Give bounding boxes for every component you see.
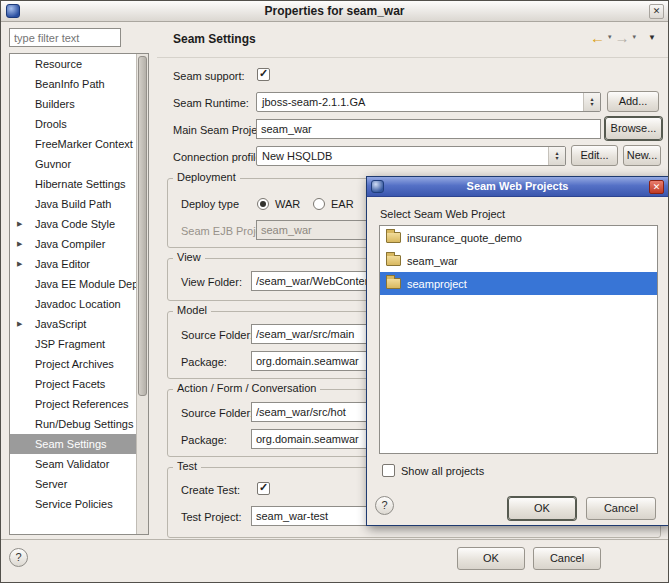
sidebar-item-javadoc-location[interactable]: Javadoc Location bbox=[10, 294, 148, 314]
war-radio[interactable] bbox=[257, 198, 269, 210]
properties-tree: Resource BeanInfo Path Builders Drools F… bbox=[9, 53, 149, 535]
sidebar-item-java-build-path[interactable]: Java Build Path bbox=[10, 194, 148, 214]
sidebar-item-seam-settings[interactable]: Seam Settings bbox=[10, 434, 148, 454]
titlebar[interactable]: Properties for seam_war ✕ bbox=[1, 1, 668, 22]
add-runtime-button[interactable]: Add... bbox=[607, 91, 659, 112]
seam-web-projects-dialog: Seam Web Projects ✕ Select Seam Web Proj… bbox=[366, 176, 669, 526]
view-group-label: View bbox=[173, 251, 205, 263]
close-icon[interactable]: ✕ bbox=[649, 4, 664, 19]
action-package-label: Package: bbox=[181, 434, 227, 446]
sidebar-item-java-editor[interactable]: ▶Java Editor bbox=[10, 254, 148, 274]
war-radio-label: WAR bbox=[275, 198, 300, 210]
model-source-folder-label: Source Folder: bbox=[181, 329, 253, 341]
expand-arrow-icon[interactable]: ▶ bbox=[17, 234, 22, 254]
project-item-seamproject[interactable]: seamproject bbox=[380, 272, 657, 295]
action-source-folder-label: Source Folder: bbox=[181, 407, 253, 419]
forward-dropdown-icon[interactable]: ▾ bbox=[633, 33, 637, 41]
combo-spinner-icon[interactable]: ▴▾ bbox=[583, 93, 600, 111]
test-group-label: Test bbox=[173, 460, 201, 472]
footer-separator bbox=[1, 539, 668, 540]
deploy-type-label: Deploy type bbox=[181, 198, 239, 210]
sidebar-item-project-references[interactable]: Project References bbox=[10, 394, 148, 414]
sidebar-item-java-ee-module[interactable]: Java EE Module Depe bbox=[10, 274, 148, 294]
view-menu-icon[interactable]: ▼ bbox=[648, 33, 656, 42]
create-test-label: Create Test: bbox=[181, 484, 240, 496]
popup-close-icon[interactable]: ✕ bbox=[649, 180, 664, 194]
project-list: insurance_quote_demo seam_war seamprojec… bbox=[379, 225, 658, 454]
popup-title: Seam Web Projects bbox=[367, 180, 668, 192]
scrollbar-thumb[interactable] bbox=[138, 56, 147, 396]
new-profile-button[interactable]: New... bbox=[623, 145, 661, 166]
expand-arrow-icon[interactable]: ▶ bbox=[17, 314, 22, 334]
sidebar-item-server[interactable]: Server bbox=[10, 474, 148, 494]
sidebar-item-freemarker-context[interactable]: FreeMarker Context bbox=[10, 134, 148, 154]
deployment-group-label: Deployment bbox=[173, 171, 240, 183]
back-arrow-icon[interactable]: ← bbox=[590, 29, 605, 46]
popup-help-icon[interactable]: ? bbox=[375, 496, 394, 515]
tree-scrollbar[interactable] bbox=[136, 54, 148, 534]
page-title: Seam Settings bbox=[173, 32, 256, 46]
back-dropdown-icon[interactable]: ▾ bbox=[608, 33, 612, 41]
sidebar-item-builders[interactable]: Builders bbox=[10, 94, 148, 114]
seam-runtime-label: Seam Runtime: bbox=[173, 97, 249, 109]
main-seam-project-field[interactable] bbox=[256, 119, 601, 139]
edit-profile-button[interactable]: Edit... bbox=[571, 145, 618, 166]
show-all-projects-checkbox[interactable] bbox=[382, 464, 395, 477]
properties-dialog: Properties for seam_war ✕ Resource BeanI… bbox=[0, 0, 669, 583]
forward-arrow-icon[interactable]: → bbox=[615, 29, 630, 46]
sidebar-item-javascript[interactable]: ▶JavaScript bbox=[10, 314, 148, 334]
sidebar-item-service-policies[interactable]: Service Policies bbox=[10, 494, 148, 514]
ear-radio[interactable] bbox=[313, 198, 325, 210]
connection-profile-value: New HSQLDB bbox=[262, 147, 332, 165]
web-project-folder-icon bbox=[386, 278, 401, 289]
web-project-folder-icon bbox=[386, 255, 401, 266]
model-group-label: Model bbox=[173, 304, 211, 316]
window-title: Properties for seam_war bbox=[1, 4, 668, 18]
popup-titlebar[interactable]: Seam Web Projects ✕ bbox=[367, 177, 668, 197]
main-seam-project-label: Main Seam Project: bbox=[173, 124, 269, 136]
expand-arrow-icon[interactable]: ▶ bbox=[17, 214, 22, 234]
sidebar-item-guvnor[interactable]: Guvnor bbox=[10, 154, 148, 174]
sidebar-item-run-debug-settings[interactable]: Run/Debug Settings bbox=[10, 414, 148, 434]
sidebar-item-beaninfo-path[interactable]: BeanInfo Path bbox=[10, 74, 148, 94]
show-all-projects-label: Show all projects bbox=[401, 465, 484, 477]
seam-runtime-value: jboss-seam-2.1.1.GA bbox=[262, 93, 365, 111]
model-package-label: Package: bbox=[181, 356, 227, 368]
sidebar-item-project-archives[interactable]: Project Archives bbox=[10, 354, 148, 374]
history-nav: ← ▾ → ▾ ▼ bbox=[590, 28, 656, 46]
sidebar-item-jsp-fragment[interactable]: JSP Fragment bbox=[10, 334, 148, 354]
web-project-folder-icon bbox=[386, 232, 401, 243]
connection-profile-combo[interactable]: New HSQLDB ▴▾ bbox=[256, 146, 566, 166]
browse-button[interactable]: Browse... bbox=[605, 117, 662, 140]
sidebar-item-java-compiler[interactable]: ▶Java Compiler bbox=[10, 234, 148, 254]
sidebar-item-java-code-style[interactable]: ▶Java Code Style bbox=[10, 214, 148, 234]
cancel-button[interactable]: Cancel bbox=[533, 547, 601, 570]
seam-support-checkbox[interactable]: ✓ bbox=[257, 68, 270, 81]
ok-button[interactable]: OK bbox=[457, 547, 525, 570]
filter-input[interactable] bbox=[9, 28, 121, 47]
seam-runtime-combo[interactable]: jboss-seam-2.1.1.GA ▴▾ bbox=[256, 92, 601, 112]
sidebar-item-hibernate-settings[interactable]: Hibernate Settings bbox=[10, 174, 148, 194]
combo-spinner-icon[interactable]: ▴▾ bbox=[548, 147, 565, 165]
help-icon[interactable]: ? bbox=[9, 548, 28, 567]
popup-cancel-button[interactable]: Cancel bbox=[586, 497, 656, 520]
sidebar-item-seam-validator[interactable]: Seam Validator bbox=[10, 454, 148, 474]
seam-support-label: Seam support: bbox=[173, 70, 245, 82]
sidebar-item-drools[interactable]: Drools bbox=[10, 114, 148, 134]
test-project-label: Test Project: bbox=[181, 511, 242, 523]
sidebar-item-project-facets[interactable]: Project Facets bbox=[10, 374, 148, 394]
sidebar-item-resource[interactable]: Resource bbox=[10, 54, 148, 74]
view-folder-label: View Folder: bbox=[181, 276, 242, 288]
action-group-label: Action / Form / Conversation bbox=[173, 382, 320, 394]
create-test-checkbox[interactable]: ✓ bbox=[257, 482, 270, 495]
popup-prompt: Select Seam Web Project bbox=[380, 208, 505, 220]
project-item-seam-war[interactable]: seam_war bbox=[380, 249, 657, 272]
popup-ok-button[interactable]: OK bbox=[508, 497, 576, 520]
project-item-insurance-quote-demo[interactable]: insurance_quote_demo bbox=[380, 226, 657, 249]
expand-arrow-icon[interactable]: ▶ bbox=[17, 254, 22, 274]
checkmark-icon: ✓ bbox=[259, 481, 268, 494]
connection-profile-label: Connection profile: bbox=[173, 151, 265, 163]
checkmark-icon: ✓ bbox=[259, 67, 268, 80]
ear-radio-label: EAR bbox=[331, 198, 354, 210]
